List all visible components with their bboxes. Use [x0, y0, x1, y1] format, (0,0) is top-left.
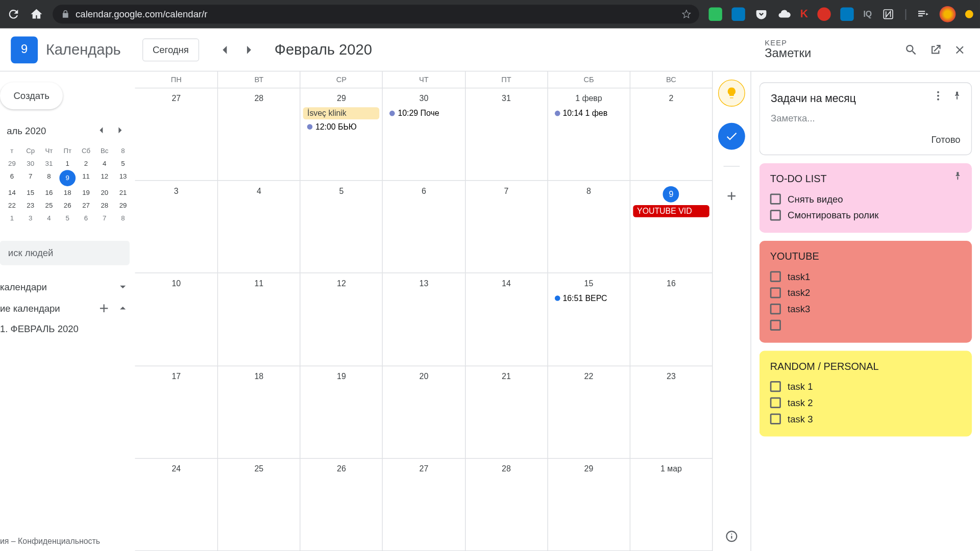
tasks-button[interactable] — [718, 123, 745, 150]
day-cell[interactable]: 1 мар — [629, 459, 712, 550]
day-cell[interactable]: 21 — [464, 366, 547, 458]
ext-cloud-icon[interactable] — [777, 8, 791, 21]
calendar-event[interactable]: 10:29 Поче — [386, 107, 462, 119]
checklist-item[interactable]: task1 — [770, 268, 961, 285]
day-cell[interactable]: 11 — [217, 273, 300, 365]
checkbox-icon[interactable] — [770, 320, 781, 331]
mini-day[interactable]: 26 — [58, 199, 77, 212]
mini-day[interactable]: 19 — [77, 186, 95, 199]
mini-day[interactable]: 12 — [95, 170, 114, 186]
day-cell[interactable]: 28 — [464, 459, 547, 550]
day-cell[interactable]: 26 — [300, 459, 382, 550]
checkbox-icon[interactable] — [770, 210, 781, 220]
day-cell[interactable]: 4 — [217, 181, 300, 273]
my-calendars-section[interactable]: календари — [0, 276, 135, 297]
keep-note[interactable]: YOUTUBEtask1task2task3 — [760, 241, 972, 343]
day-cell[interactable]: 18 — [217, 366, 300, 458]
mini-day[interactable]: 21 — [114, 186, 132, 199]
day-cell[interactable]: 6 — [382, 181, 465, 273]
day-cell[interactable]: 3010:29 Поче — [382, 88, 465, 180]
day-cell[interactable]: 5 — [300, 181, 382, 273]
mini-day[interactable]: 8 — [40, 170, 58, 186]
checkbox-icon[interactable] — [770, 287, 781, 298]
profile-avatar-icon[interactable] — [940, 6, 956, 22]
checkbox-icon[interactable] — [770, 414, 781, 424]
checklist-item[interactable]: task 2 — [770, 395, 961, 411]
keep-search-icon[interactable] — [904, 43, 918, 56]
checklist-item[interactable]: task2 — [770, 285, 961, 301]
mini-day[interactable]: 2 — [77, 157, 95, 170]
mini-day[interactable]: 5 — [58, 212, 77, 224]
other-calendars-section[interactable]: ие календари — [0, 297, 135, 319]
ext-grammarly-icon[interactable] — [818, 8, 831, 21]
star-icon[interactable] — [681, 10, 691, 19]
mini-day[interactable]: 22 — [3, 199, 21, 212]
note-done-button[interactable]: Готово — [771, 134, 961, 145]
mini-day[interactable]: 29 — [114, 199, 132, 212]
mini-day[interactable]: 14 — [3, 186, 21, 199]
day-cell[interactable]: 17 — [135, 366, 217, 458]
mini-day[interactable]: 31 — [40, 157, 58, 170]
day-cell[interactable]: 24 — [135, 459, 217, 550]
mini-day[interactable]: 18 — [58, 186, 77, 199]
day-cell[interactable]: 23 — [629, 366, 712, 458]
day-cell[interactable]: 10 — [135, 273, 217, 365]
keep-button[interactable] — [718, 80, 745, 107]
today-button[interactable]: Сегодня — [142, 38, 199, 61]
day-cell[interactable]: 1516:51 ВЕРС — [547, 273, 630, 365]
note-editor[interactable]: Задачи на месяц Заметка... Готово — [760, 82, 972, 155]
ext-pocket-icon[interactable] — [754, 8, 768, 21]
calendar-item[interactable]: 1. ФЕВРАЛЬ 2020 — [0, 319, 135, 338]
ext-notion-icon[interactable] — [881, 8, 895, 21]
day-cell[interactable]: 25 — [217, 459, 300, 550]
day-cell[interactable]: 14 — [464, 273, 547, 365]
mini-day[interactable]: 1 — [3, 212, 21, 224]
mini-day[interactable]: 20 — [95, 186, 114, 199]
note-more-button[interactable] — [932, 90, 944, 104]
mini-day[interactable]: 7 — [95, 212, 114, 224]
day-cell[interactable]: 28 — [217, 88, 300, 180]
calendar-event[interactable]: YOUTUBE VID — [633, 205, 709, 217]
checkbox-icon[interactable] — [770, 381, 781, 392]
mini-day[interactable]: 5 — [114, 157, 132, 170]
mini-day[interactable]: 8 — [114, 144, 132, 157]
day-cell[interactable]: 1 февр10:14 1 фев — [547, 88, 630, 180]
checkbox-icon[interactable] — [770, 304, 781, 314]
day-cell[interactable]: 7 — [464, 181, 547, 273]
mini-day[interactable]: 25 — [40, 199, 58, 212]
mini-prev-button[interactable] — [93, 123, 109, 139]
mini-day[interactable]: 1 — [58, 157, 77, 170]
home-icon[interactable] — [30, 8, 43, 21]
mini-next-button[interactable] — [112, 123, 129, 139]
mini-day[interactable]: 23 — [21, 199, 40, 212]
checklist-item[interactable]: task 3 — [770, 411, 961, 427]
reload-icon[interactable] — [7, 8, 20, 21]
mini-day[interactable]: 15 — [21, 186, 40, 199]
calendar-event[interactable]: 16:51 ВЕРС — [551, 292, 627, 305]
plus-icon[interactable] — [97, 302, 110, 315]
ext-dot-icon[interactable] — [965, 10, 973, 18]
ext-evernote-icon[interactable] — [708, 8, 722, 21]
day-cell[interactable]: 31 — [464, 88, 547, 180]
ext-k-icon[interactable]: K — [800, 8, 808, 20]
ext-playlist-icon[interactable] — [917, 8, 930, 21]
day-cell[interactable]: 3 — [135, 181, 217, 273]
prev-month-button[interactable] — [214, 39, 235, 60]
day-cell[interactable]: 8 — [547, 181, 630, 273]
checkbox-icon[interactable] — [770, 271, 781, 282]
add-addon-button[interactable]: + — [718, 183, 745, 210]
checklist-item[interactable]: task 1 — [770, 379, 961, 395]
footer-links[interactable]: ия – Конфиденциальность — [0, 531, 135, 551]
create-button[interactable]: Создать — [0, 82, 63, 109]
mini-day[interactable]: 16 — [40, 186, 58, 199]
day-cell[interactable]: 13 — [382, 273, 465, 365]
next-month-button[interactable] — [238, 39, 259, 60]
calendar-event[interactable]: 12:00 БЬЮ — [303, 121, 380, 133]
day-cell[interactable]: 29İsveç klinik12:00 БЬЮ — [300, 88, 382, 180]
day-cell[interactable]: 9YOUTUBE VID — [629, 181, 712, 273]
close-icon[interactable] — [953, 43, 966, 56]
keep-note[interactable]: TO-DO LISTСнять видеоСмонтировать ролик — [760, 163, 972, 233]
address-bar[interactable]: calendar.google.com/calendar/r — [53, 5, 699, 23]
day-cell[interactable]: 22 — [547, 366, 630, 458]
pin-icon[interactable] — [951, 90, 963, 104]
